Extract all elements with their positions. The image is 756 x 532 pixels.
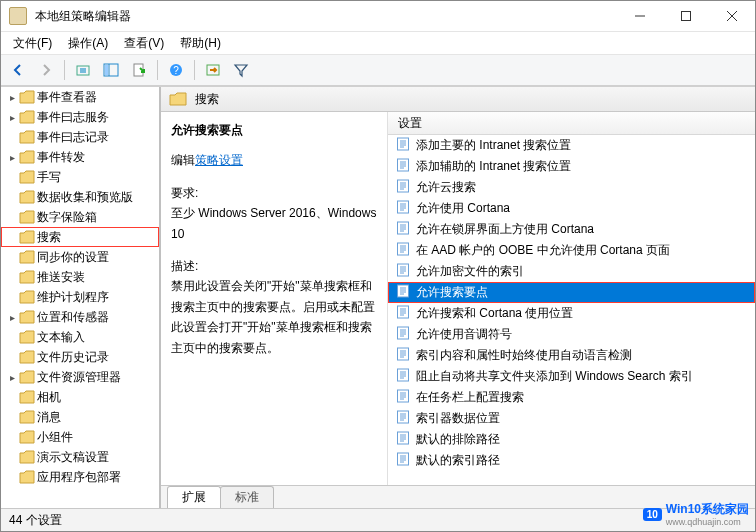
list-item-label: 允许加密文件的索引 [416, 263, 524, 280]
policy-settings-link[interactable]: 策略设置 [195, 153, 243, 167]
expand-icon[interactable] [7, 132, 17, 142]
expand-icon[interactable] [7, 172, 17, 182]
list-item-label: 添加主要的 Intranet 搜索位置 [416, 137, 571, 154]
tree-item[interactable]: 推送安装 [1, 267, 159, 287]
tree-item-label: 演示文稿设置 [37, 449, 109, 466]
expand-icon[interactable] [7, 292, 17, 302]
expand-icon[interactable] [7, 452, 17, 462]
expand-icon[interactable] [7, 352, 17, 362]
maximize-button[interactable] [663, 1, 709, 31]
menu-action[interactable]: 操作(A) [60, 33, 116, 54]
list-item[interactable]: 允许加密文件的索引 [388, 261, 755, 282]
expand-icon[interactable]: ▸ [7, 312, 17, 322]
tree-item[interactable]: ▸事件转发 [1, 147, 159, 167]
tree-item[interactable]: ▸位置和传感器 [1, 307, 159, 327]
expand-icon[interactable] [7, 432, 17, 442]
expand-icon[interactable]: ▸ [7, 112, 17, 122]
list-item-label: 索引内容和属性时始终使用自动语言检测 [416, 347, 632, 364]
svg-rect-78 [398, 411, 409, 423]
list-item[interactable]: 在 AAD 帐户的 OOBE 中允许使用 Cortana 页面 [388, 240, 755, 261]
tree-item[interactable]: 搜索 [1, 227, 159, 247]
list-item[interactable]: 添加主要的 Intranet 搜索位置 [388, 135, 755, 156]
tree-item[interactable]: ▸文件资源管理器 [1, 367, 159, 387]
tree-item[interactable]: 应用程序包部署 [1, 467, 159, 487]
list-item[interactable]: 允许在锁屏界面上方使用 Cortana [388, 219, 755, 240]
toolbar-separator [157, 60, 158, 80]
list-item[interactable]: 添加辅助的 Intranet 搜索位置 [388, 156, 755, 177]
nav-tree[interactable]: ▸事件查看器▸事件曰志服务事件曰志记录▸事件转发手写数据收集和预览版数字保险箱搜… [1, 87, 160, 508]
action-button[interactable] [200, 57, 226, 83]
policy-icon [396, 158, 410, 175]
list-column-header[interactable]: 设置 [388, 112, 755, 135]
tree-item[interactable]: 数据收集和预览版 [1, 187, 159, 207]
tree-item[interactable]: 手写 [1, 167, 159, 187]
help-button[interactable]: ? [163, 57, 189, 83]
tree-item[interactable]: 文本输入 [1, 327, 159, 347]
svg-rect-88 [398, 453, 409, 465]
right-header: 搜索 [161, 87, 755, 112]
expand-icon[interactable] [7, 252, 17, 262]
expand-icon[interactable]: ▸ [7, 372, 17, 382]
list-item[interactable]: 允许搜索和 Cortana 使用位置 [388, 303, 755, 324]
tree-item[interactable]: 演示文稿设置 [1, 447, 159, 467]
show-hide-tree-button[interactable] [98, 57, 124, 83]
tree-item[interactable]: 维护计划程序 [1, 287, 159, 307]
expand-icon[interactable]: ▸ [7, 92, 17, 102]
expand-icon[interactable] [7, 272, 17, 282]
tree-item[interactable]: 文件历史记录 [1, 347, 159, 367]
tree-item[interactable]: ▸事件查看器 [1, 87, 159, 107]
forward-button[interactable] [33, 57, 59, 83]
minimize-button[interactable] [617, 1, 663, 31]
tree-item[interactable]: 相机 [1, 387, 159, 407]
expand-icon[interactable] [7, 332, 17, 342]
list-item[interactable]: 在任务栏上配置搜索 [388, 387, 755, 408]
expand-icon[interactable] [7, 192, 17, 202]
expand-icon[interactable] [7, 412, 17, 422]
list-item[interactable]: 索引内容和属性时始终使用自动语言检测 [388, 345, 755, 366]
tree-item[interactable]: 数字保险箱 [1, 207, 159, 227]
list-item[interactable]: 允许搜索要点 [388, 282, 755, 303]
close-button[interactable] [709, 1, 755, 31]
policy-icon [396, 410, 410, 427]
menu-view[interactable]: 查看(V) [116, 33, 172, 54]
tab-standard[interactable]: 标准 [220, 486, 274, 508]
detail-requirements: 要求: 至少 Windows Server 2016、Windows 10 [171, 183, 377, 244]
tree-item-label: 小组件 [37, 429, 73, 446]
back-button[interactable] [5, 57, 31, 83]
tree-item[interactable]: 消息 [1, 407, 159, 427]
list-body[interactable]: 添加主要的 Intranet 搜索位置添加辅助的 Intranet 搜索位置允许… [388, 135, 755, 485]
expand-icon[interactable] [7, 472, 17, 482]
svg-rect-23 [398, 180, 409, 192]
menu-help[interactable]: 帮助(H) [172, 33, 229, 54]
menu-file[interactable]: 文件(F) [5, 33, 60, 54]
toolbar-separator [194, 60, 195, 80]
policy-icon [396, 326, 410, 343]
filter-button[interactable] [228, 57, 254, 83]
tab-extended[interactable]: 扩展 [167, 486, 221, 508]
tree-item-label: 相机 [37, 389, 61, 406]
list-item[interactable]: 允许云搜索 [388, 177, 755, 198]
expand-icon[interactable]: ▸ [7, 152, 17, 162]
list-item[interactable]: 默认的排除路径 [388, 429, 755, 450]
list-item[interactable]: 索引器数据位置 [388, 408, 755, 429]
svg-text:?: ? [173, 65, 179, 76]
tree-item[interactable]: 小组件 [1, 427, 159, 447]
policy-icon [396, 221, 410, 238]
status-text: 44 个设置 [9, 512, 62, 529]
tree-item[interactable]: 事件曰志记录 [1, 127, 159, 147]
up-button[interactable] [70, 57, 96, 83]
list-item[interactable]: 允许使用音调符号 [388, 324, 755, 345]
expand-icon[interactable] [7, 212, 17, 222]
expand-icon[interactable] [7, 232, 17, 242]
policy-icon [396, 242, 410, 259]
list-item[interactable]: 阻止自动将共享文件夹添加到 Windows Search 索引 [388, 366, 755, 387]
tree-item[interactable]: ▸事件曰志服务 [1, 107, 159, 127]
list-item[interactable]: 允许使用 Cortana [388, 198, 755, 219]
expand-icon[interactable] [7, 392, 17, 402]
policy-icon [396, 452, 410, 469]
export-list-button[interactable] [126, 57, 152, 83]
svg-rect-38 [398, 243, 409, 255]
list-item[interactable]: 默认的索引路径 [388, 450, 755, 471]
svg-rect-83 [398, 432, 409, 444]
tree-item[interactable]: 同步你的设置 [1, 247, 159, 267]
